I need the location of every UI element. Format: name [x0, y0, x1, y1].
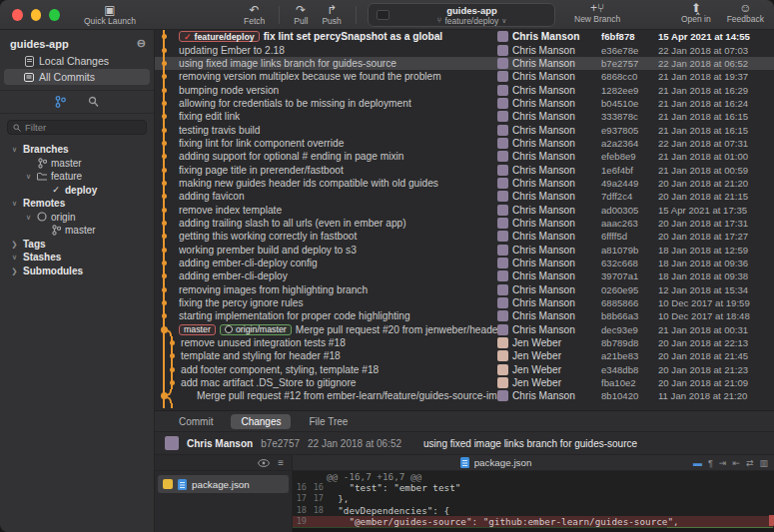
- commit-row[interactable]: bumping node versionChris Manson1282ee92…: [155, 83, 774, 96]
- wrap-icon[interactable]: ⇄: [746, 458, 754, 468]
- commit-message: Merge pull request #12 from ember-learn/…: [179, 390, 497, 401]
- tree-item-origin[interactable]: ∨origin: [0, 211, 154, 225]
- preview-eye-icon[interactable]: [258, 459, 270, 467]
- tree-item-feature[interactable]: ∨feature: [0, 170, 154, 184]
- split-view-icon[interactable]: ▥: [759, 458, 768, 468]
- commit-row[interactable]: template and styling for header #18Jen W…: [155, 349, 774, 362]
- current-branch[interactable]: ⑂ feature/deploy ∨: [397, 16, 546, 26]
- next-change-icon[interactable]: ⇤: [732, 458, 740, 468]
- branch-tag-feature-deploy[interactable]: ✓feature/deploy: [179, 31, 260, 42]
- commit-hash: e937805: [601, 125, 658, 136]
- tab-commit[interactable]: Commit: [169, 414, 223, 429]
- search-view-tab[interactable]: [88, 96, 99, 108]
- tree-item-master[interactable]: master: [0, 157, 154, 171]
- chevron-down-icon[interactable]: ∨: [24, 213, 33, 222]
- commit-dot: [162, 194, 167, 199]
- feedback-button[interactable]: ☺ Feedback: [727, 2, 764, 24]
- unstage-minus-icon[interactable]: ▬: [693, 458, 702, 468]
- tab-changes[interactable]: Changes: [231, 414, 291, 429]
- commit-row[interactable]: removing images from highlighting branch…: [155, 283, 774, 296]
- tree-item-label: Remotes: [23, 198, 65, 209]
- commit-row[interactable]: fixing page title in prerender/fastbootC…: [155, 163, 774, 176]
- chevron-right-icon[interactable]: ❯: [10, 266, 19, 275]
- diff-body: @@ -16,7 +16,7 @@1616 "test": "ember tes…: [293, 471, 774, 528]
- commit-message: getting this working correctly in fastbo…: [179, 231, 497, 242]
- graph-cell: [155, 30, 179, 43]
- chevron-down-icon[interactable]: ∨: [10, 199, 19, 208]
- branch-icon: [37, 158, 47, 168]
- commit-row[interactable]: add mac artifact .DS_Store to gitignoreJ…: [155, 376, 774, 389]
- prev-change-icon[interactable]: ⇥: [719, 458, 727, 468]
- tree-item-stashes[interactable]: ∨Stashes: [0, 251, 154, 265]
- open-in-button[interactable]: ⬆̭ Open in: [681, 2, 711, 24]
- commit-row[interactable]: updating Ember to 2.18Chris Mansone36e78…: [155, 43, 774, 56]
- collapse-repo-icon[interactable]: ⊖: [137, 37, 146, 50]
- commit-row[interactable]: testing travis buildChris Mansone9378052…: [155, 123, 774, 136]
- commit-row[interactable]: remove unused integration tests #18Jen W…: [155, 336, 774, 349]
- commit-row[interactable]: adding support for optional # ending in …: [155, 150, 774, 163]
- chevron-down-icon[interactable]: ∨: [10, 145, 19, 154]
- commit-row[interactable]: ✓feature/deployfix lint set percySnapsho…: [155, 30, 774, 43]
- commit-row[interactable]: allowing for credentials to be missing i…: [155, 97, 774, 110]
- zoom-window-button[interactable]: [49, 9, 60, 21]
- filter-input[interactable]: Filter: [7, 120, 147, 135]
- commit-row[interactable]: fixing lint for link component overrideC…: [155, 137, 774, 150]
- file-row-package-json[interactable]: package.json: [158, 475, 289, 493]
- chevron-down-icon[interactable]: ∨: [10, 253, 19, 262]
- new-branch-button[interactable]: +⑂ New Branch: [574, 2, 620, 24]
- tree-item-submodules[interactable]: ❯Submodules: [0, 265, 154, 278]
- commit-row[interactable]: adding trailing slash to all urls (even …: [155, 217, 774, 230]
- commit-message-text: template and styling for header #18: [181, 350, 341, 361]
- commit-row[interactable]: masterorigin/masterMerge pull request #2…: [155, 323, 774, 336]
- commit-row[interactable]: using fixed image links branch for guide…: [155, 57, 774, 70]
- diff-line-text: },: [327, 493, 774, 504]
- commit-row[interactable]: making new guides header ids compatible …: [155, 177, 774, 190]
- diff-old-line-number: 17: [293, 493, 310, 504]
- graph-cell: [155, 190, 179, 203]
- sidebar-item-local-changes[interactable]: Local Changes: [0, 53, 154, 69]
- commit-row[interactable]: removing version multiplex because we fo…: [155, 70, 774, 83]
- tab-file-tree[interactable]: File Tree: [299, 414, 358, 429]
- sidebar-item-all-commits[interactable]: All Commits: [4, 69, 150, 85]
- quick-launch-button[interactable]: ▣ Quick Launch: [84, 4, 136, 26]
- commit-row[interactable]: adding faviconChris Manson7dff2c420 Jan …: [155, 190, 774, 203]
- chevron-right-icon[interactable]: ❯: [10, 240, 19, 249]
- paragraph-icon[interactable]: ¶: [708, 458, 713, 468]
- diff-line-add: 19 "@ember/guides-source": "github:ember…: [293, 527, 774, 528]
- branches-view-tab[interactable]: [55, 96, 66, 108]
- tree-item-remotes[interactable]: ∨Remotes: [0, 197, 154, 211]
- commit-row[interactable]: getting this working correctly in fastbo…: [155, 230, 774, 243]
- fetch-icon: ↶: [250, 4, 260, 17]
- commit-message-text: Merge pull request #12 from ember-learn/…: [197, 390, 497, 401]
- commit-row[interactable]: remove index templateChris Mansonad00305…: [155, 203, 774, 216]
- commit-row[interactable]: working prember build and deploy to s3Ch…: [155, 244, 774, 257]
- commit-row[interactable]: adding ember-cli-deploy configChris Mans…: [155, 257, 774, 269]
- tree-item-deploy[interactable]: ✓deploy: [0, 184, 154, 198]
- chevron-down-icon[interactable]: ∨: [24, 172, 33, 181]
- tree-item-tags[interactable]: ❯Tags: [0, 238, 154, 252]
- commit-row[interactable]: fixing edit linkChris Manson333878c21 Ja…: [155, 110, 774, 123]
- branch-tag-master[interactable]: master: [179, 324, 216, 335]
- graph-cell: [155, 323, 179, 336]
- branch-tag-origin-master[interactable]: origin/master: [220, 324, 292, 335]
- horizontal-scrollbar[interactable]: [293, 528, 774, 532]
- commit-date: 12 Jan 2018 at 15:34: [658, 284, 774, 295]
- commit-row[interactable]: adding ember-cli-deployChris Manson39707…: [155, 269, 774, 282]
- commit-author: Chris Manson: [497, 324, 601, 335]
- commit-row[interactable]: Merge pull request #12 from ember-learn/…: [155, 389, 774, 402]
- close-window-button[interactable]: [12, 9, 23, 21]
- commit-row[interactable]: fixing the percy ignore rulesChris Manso…: [155, 296, 774, 309]
- tree-item-branches[interactable]: ∨Branches: [0, 143, 154, 157]
- commit-dot: [162, 154, 167, 159]
- github-icon: [225, 325, 233, 333]
- pull-button[interactable]: ↷ Pull: [294, 4, 308, 26]
- tree-item-master[interactable]: master: [0, 224, 154, 238]
- commit-author: Chris Manson: [497, 297, 601, 308]
- commit-row[interactable]: add footer component, styling, template …: [155, 363, 774, 376]
- minimize-window-button[interactable]: [31, 9, 42, 21]
- repo-switcher[interactable]: guides-app ⑂ feature/deploy ∨: [368, 3, 555, 27]
- fetch-button[interactable]: ↶ Fetch: [244, 4, 265, 26]
- push-button[interactable]: ↱ Push: [322, 4, 341, 26]
- commit-row[interactable]: starting implementation for proper code …: [155, 309, 774, 322]
- list-view-icon[interactable]: ≡: [278, 457, 284, 468]
